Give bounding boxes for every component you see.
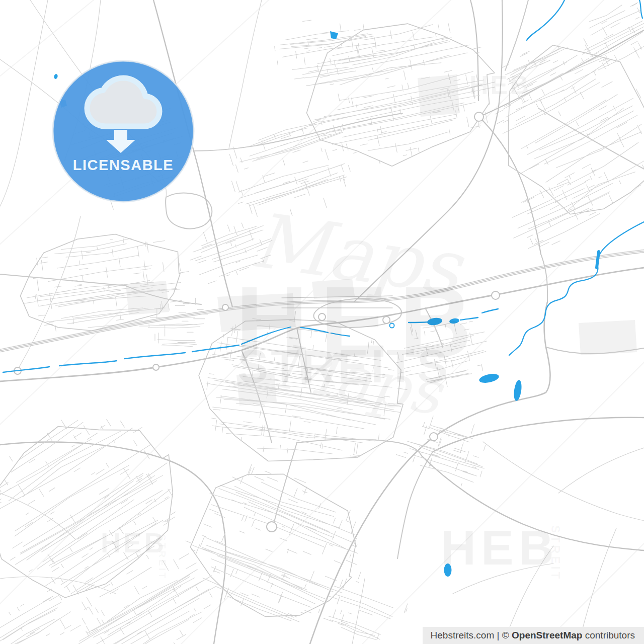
landuse-areas bbox=[126, 74, 637, 406]
attribution-suffix: contributors bbox=[582, 630, 635, 641]
licensable-badge[interactable]: LICENSABLE bbox=[50, 58, 196, 204]
attribution-osm-link[interactable]: OpenStreetMap bbox=[512, 630, 582, 641]
attribution-site[interactable]: Hebstreits.com bbox=[431, 630, 495, 641]
attribution-bar: Hebstreits.com | © OpenStreetMap contrib… bbox=[423, 627, 644, 644]
badge-label: LICENSABLE bbox=[73, 157, 174, 173]
map-product-preview: Maps HEB STREITS Maps HEB HEB STREIT HEB… bbox=[0, 0, 644, 644]
attribution-separator: | © bbox=[494, 630, 512, 641]
